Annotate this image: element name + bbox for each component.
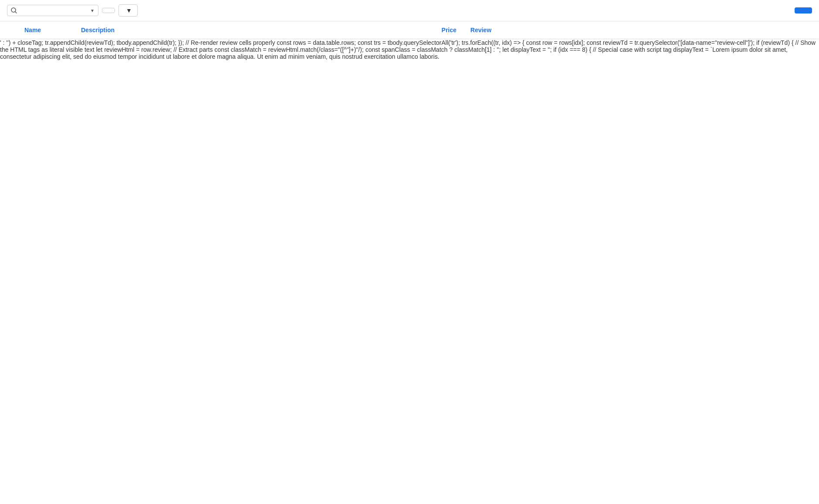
search-input[interactable] — [19, 7, 88, 14]
col-header-price: Price — [170, 21, 464, 39]
col-header-review: Review — [464, 21, 819, 39]
svg-line-1 — [15, 12, 17, 13]
go-button[interactable] — [102, 8, 115, 13]
create-button[interactable] — [795, 7, 812, 13]
actions-chevron-icon: ▼ — [126, 7, 132, 14]
col-header-name: Name — [17, 21, 74, 39]
table-header: Name Description Price Review — [0, 21, 819, 39]
search-icon — [11, 7, 17, 13]
actions-button[interactable]: ▼ — [118, 4, 138, 17]
chevron-down-icon[interactable]: ▼ — [90, 8, 95, 13]
col-header-description: Description — [74, 21, 170, 39]
col-header-icon — [0, 21, 17, 39]
toolbar: ▼ ▼ — [0, 0, 819, 21]
search-container: ▼ — [7, 5, 98, 16]
data-table: Name Description Price Review — [0, 21, 819, 39]
